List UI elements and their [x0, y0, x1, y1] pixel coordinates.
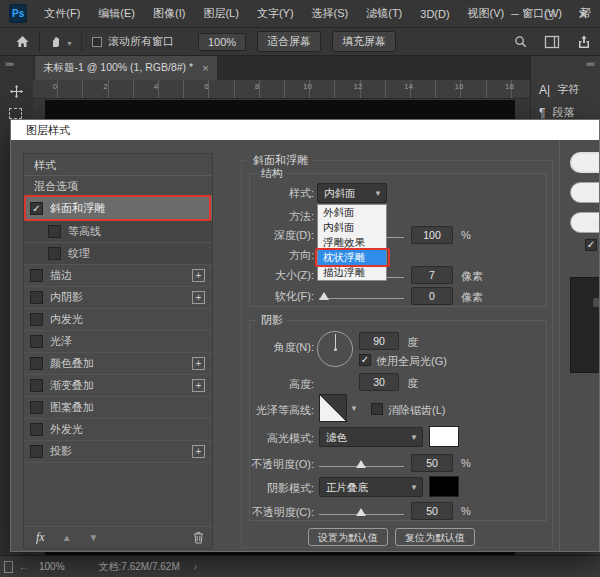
hand-tool-icon[interactable] [48, 30, 64, 54]
shadow-opacity-slider[interactable] [319, 508, 404, 520]
dropdown-option[interactable]: 描边浮雕 [318, 265, 386, 280]
slider-thumb[interactable] [319, 292, 329, 300]
highlight-opacity-slider[interactable] [319, 460, 404, 472]
new-style-button[interactable]: 新建样式(W)... [570, 212, 600, 233]
dropdown-option[interactable]: 枕状浮雕 [318, 250, 386, 265]
effect-checkbox[interactable] [30, 313, 43, 326]
soften-slider[interactable] [319, 292, 404, 304]
delete-effect-icon[interactable] [193, 531, 204, 544]
effect-checkbox[interactable] [48, 247, 61, 260]
fx-button[interactable]: fx [36, 530, 45, 545]
slider-thumb[interactable] [356, 508, 366, 516]
menu-item[interactable]: 3D(D) [411, 0, 458, 28]
photoshop-logo-icon[interactable]: Ps [9, 4, 27, 23]
minimize-button[interactable]: ─ [498, 0, 532, 28]
style-list-item[interactable]: 颜色叠加+ [24, 353, 212, 375]
menu-item[interactable]: 图层(L) [194, 0, 247, 28]
shadow-color-swatch[interactable] [429, 476, 459, 497]
fill-screen-button[interactable]: 填充屏幕 [332, 31, 396, 52]
size-value-field[interactable]: 7 [411, 266, 453, 284]
style-list-item[interactable]: 等高线 [24, 221, 212, 243]
reset-default-button[interactable]: 复位为默认值 [395, 528, 475, 546]
search-icon[interactable] [513, 30, 528, 54]
style-list-item[interactable]: 纹理 [24, 243, 212, 265]
dropdown-option[interactable]: 浮雕效果 [318, 235, 386, 250]
style-list-item[interactable]: 图案叠加 [24, 397, 212, 419]
effect-checkbox[interactable] [30, 401, 43, 414]
style-list-item[interactable]: 投影+ [24, 441, 212, 463]
effect-checkbox[interactable] [30, 269, 43, 282]
collapse-panel-icon[interactable]: »» [5, 59, 13, 69]
highlight-opacity-field[interactable]: 50 [411, 454, 453, 472]
home-icon[interactable] [14, 30, 31, 54]
set-default-button[interactable]: 设置为默认值 [308, 528, 388, 546]
angle-dial[interactable] [317, 331, 353, 367]
move-tool-icon[interactable] [9, 84, 24, 103]
menu-item[interactable]: 文件(F) [35, 0, 89, 28]
style-list-item[interactable]: 内阴影+ [24, 287, 212, 309]
altitude-value-field[interactable]: 30 [359, 373, 399, 391]
workspace-switcher-icon[interactable] [544, 30, 560, 54]
slider-thumb[interactable] [356, 460, 366, 468]
menu-item[interactable]: 编辑(E) [89, 0, 144, 28]
document-tab[interactable]: 未标题-1 @ 100% (1, RGB/8#) * × [35, 56, 217, 80]
angle-value-field[interactable]: 90 [359, 332, 399, 350]
style-list-item[interactable]: 外发光 [24, 419, 212, 441]
paragraph-panel-tab[interactable]: ¶ 段落 [539, 105, 574, 120]
close-button[interactable]: ✕ [566, 0, 600, 28]
add-effect-button[interactable]: + [192, 357, 205, 370]
fit-screen-button[interactable]: 适合屏幕 [257, 31, 321, 52]
cancel-button[interactable]: 取消 [570, 182, 600, 203]
marquee-tool-icon[interactable] [9, 108, 22, 119]
use-global-light-checkbox[interactable]: ✓ [359, 354, 371, 366]
menu-item[interactable]: 滤镜(T) [357, 0, 411, 28]
dialog-title[interactable]: 图层样式 [11, 120, 599, 140]
collapse-panels-icon[interactable]: «« [586, 59, 594, 69]
shadow-mode-select[interactable]: 正片叠底 ▼ [319, 477, 423, 497]
effect-checkbox[interactable]: ✓ [30, 202, 43, 215]
maximize-button[interactable]: ▢ [532, 0, 566, 28]
ok-button[interactable]: 确定 [570, 152, 600, 173]
add-effect-button[interactable]: + [192, 445, 205, 458]
effect-checkbox[interactable] [30, 335, 43, 348]
style-list-item[interactable]: 渐变叠加+ [24, 375, 212, 397]
add-effect-button[interactable]: + [192, 291, 205, 304]
tab-close-icon[interactable]: × [202, 62, 208, 74]
zoom-100-button[interactable]: 100% [198, 33, 246, 51]
blending-options-item[interactable]: 混合选项 [24, 176, 212, 196]
style-list-item[interactable]: 内发光 [24, 309, 212, 331]
style-list-item[interactable]: ✓斜面和浮雕 [24, 196, 212, 221]
depth-value-field[interactable]: 100 [411, 226, 453, 244]
style-select[interactable]: 内斜面 ▼ [317, 183, 387, 203]
add-effect-button[interactable]: + [192, 379, 205, 392]
highlight-color-swatch[interactable] [429, 426, 459, 447]
move-effect-up-button[interactable]: ▲ [62, 532, 72, 543]
effect-checkbox[interactable] [48, 225, 61, 238]
highlight-mode-select[interactable]: 滤色 ▼ [319, 427, 423, 447]
soften-value-field[interactable]: 0 [411, 287, 453, 305]
gloss-contour-picker[interactable] [319, 394, 347, 422]
anti-alias-checkbox[interactable] [371, 403, 383, 415]
share-icon[interactable] [576, 30, 592, 54]
effect-checkbox[interactable] [30, 357, 43, 370]
menu-item[interactable]: 文字(Y) [248, 0, 303, 28]
chevron-down-icon[interactable]: ▼ [66, 40, 73, 47]
add-effect-button[interactable]: + [192, 269, 205, 282]
effect-checkbox[interactable] [30, 291, 43, 304]
dropdown-option[interactable]: 外斜面 [318, 205, 386, 220]
arrow-icon[interactable]: ← [19, 561, 29, 572]
effect-checkbox[interactable] [30, 445, 43, 458]
shadow-opacity-field[interactable]: 50 [411, 502, 453, 520]
menu-item[interactable]: 选择(S) [303, 0, 358, 28]
style-list-item[interactable]: 光泽 [24, 331, 212, 353]
status-expander-icon[interactable]: › [194, 561, 197, 572]
styles-list-header[interactable]: 样式 [24, 154, 212, 176]
style-list-item[interactable]: 描边+ [24, 265, 212, 287]
status-zoom-level[interactable]: 100% [39, 561, 65, 572]
move-effect-down-button[interactable]: ▼ [89, 532, 99, 543]
menu-item[interactable]: 图像(I) [144, 0, 194, 28]
scroll-all-windows-checkbox[interactable] [92, 37, 102, 47]
preview-checkbox[interactable]: ✓ [585, 239, 597, 251]
dropdown-option[interactable]: 内斜面 [318, 220, 386, 235]
chevron-down-icon[interactable]: ▼ [350, 404, 358, 413]
